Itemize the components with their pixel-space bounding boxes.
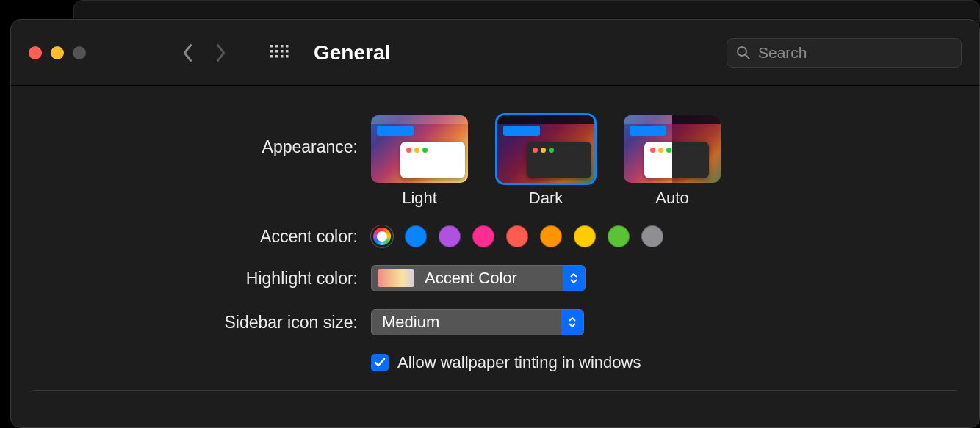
search-icon — [736, 46, 751, 60]
appearance-option-dark[interactable]: Dark — [497, 115, 594, 208]
appearance-caption-dark: Dark — [529, 189, 563, 208]
appearance-caption-auto: Auto — [655, 189, 688, 208]
svg-rect-3 — [286, 45, 289, 48]
preferences-window: General Appearance: Li — [10, 19, 980, 428]
svg-rect-8 — [270, 55, 273, 58]
sidebar-size-row: Sidebar icon size: Medium — [11, 309, 979, 335]
chevron-up-down-icon — [563, 266, 585, 291]
show-all-button[interactable] — [270, 44, 290, 62]
svg-rect-11 — [286, 55, 289, 58]
svg-rect-0 — [270, 45, 273, 48]
highlight-swatch-icon — [378, 269, 414, 287]
search-field[interactable] — [727, 38, 962, 68]
accent-swatch-red[interactable] — [506, 225, 528, 247]
svg-rect-4 — [270, 50, 273, 53]
appearance-options: Light Dark — [371, 115, 721, 208]
appearance-row: Appearance: Light — [11, 115, 979, 208]
appearance-thumb-light — [371, 115, 468, 183]
svg-line-13 — [746, 55, 749, 59]
close-button[interactable] — [29, 46, 42, 59]
svg-rect-2 — [281, 45, 284, 48]
appearance-label: Appearance: — [11, 115, 371, 157]
appearance-option-light[interactable]: Light — [371, 115, 468, 208]
divider — [33, 390, 957, 391]
svg-rect-7 — [286, 50, 289, 53]
svg-rect-6 — [281, 50, 284, 53]
appearance-thumb-dark — [497, 115, 594, 183]
svg-rect-10 — [281, 55, 284, 58]
appearance-option-auto[interactable]: Auto — [624, 115, 721, 208]
forward-button — [209, 38, 231, 68]
minimize-button[interactable] — [51, 46, 64, 59]
back-button[interactable] — [177, 38, 199, 68]
wallpaper-tint-row: Allow wallpaper tinting in windows — [11, 353, 979, 372]
wallpaper-tint-label: Allow wallpaper tinting in windows — [397, 353, 641, 372]
zoom-button — [73, 46, 86, 59]
toolbar: General — [11, 20, 979, 86]
wallpaper-tint-checkbox[interactable] — [371, 354, 389, 371]
accent-swatch-graphite[interactable] — [641, 225, 663, 247]
appearance-thumb-auto — [624, 115, 721, 183]
sidebar-size-value: Medium — [372, 313, 561, 332]
sidebar-size-select[interactable]: Medium — [371, 309, 584, 335]
svg-rect-5 — [275, 50, 278, 53]
search-input[interactable] — [758, 44, 952, 62]
content: Appearance: Light — [11, 86, 979, 405]
accent-label: Accent color: — [11, 227, 371, 247]
accent-swatch-orange[interactable] — [540, 225, 562, 247]
accent-swatch-purple[interactable] — [439, 225, 461, 247]
accent-swatches — [371, 225, 663, 247]
highlight-value: Accent Color — [420, 269, 563, 288]
accent-swatch-multicolor[interactable] — [371, 225, 393, 247]
accent-swatch-green[interactable] — [608, 225, 630, 247]
highlight-label: Highlight color: — [11, 269, 371, 289]
accent-row: Accent color: — [11, 225, 979, 247]
traffic-lights — [29, 46, 86, 59]
accent-swatch-blue[interactable] — [405, 225, 427, 247]
svg-rect-9 — [275, 55, 278, 58]
svg-rect-1 — [275, 45, 278, 48]
checkmark-icon — [374, 358, 386, 368]
svg-point-12 — [738, 47, 746, 56]
accent-swatch-pink[interactable] — [472, 225, 494, 247]
highlight-row: Highlight color: Accent Color — [11, 265, 979, 291]
appearance-caption-light: Light — [402, 189, 437, 208]
sidebar-size-label: Sidebar icon size: — [11, 313, 371, 333]
accent-swatch-yellow[interactable] — [574, 225, 596, 247]
window-title: General — [314, 41, 390, 65]
chevron-up-down-icon — [561, 310, 583, 335]
highlight-select[interactable]: Accent Color — [371, 265, 586, 291]
